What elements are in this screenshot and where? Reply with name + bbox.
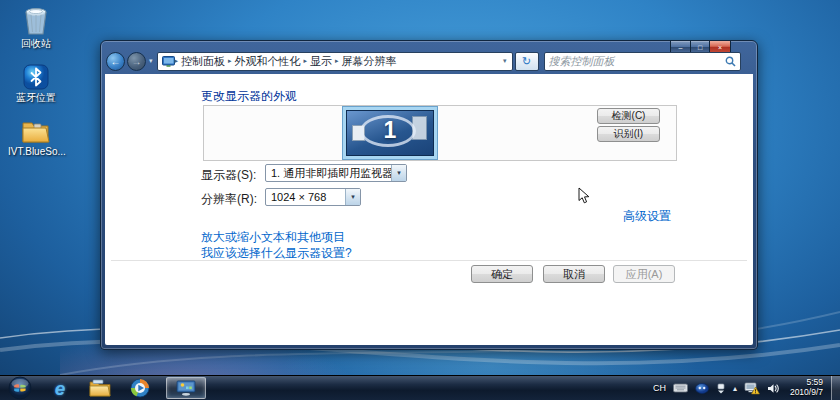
desktop-icon-label: 回收站 [8, 38, 64, 49]
display-combobox[interactable]: 1. 通用非即插即用监视器 ▾ [265, 164, 407, 182]
window-client-area: 更改显示器的外观 1 检测(C) 识别(I) 显示器(S): 1. 通用非即插即… [105, 74, 753, 345]
breadcrumb-appearance[interactable]: 外观和个性化 [232, 54, 304, 69]
keyboard-layout-icon[interactable] [673, 383, 688, 393]
display-combobox-value: 1. 通用非即插即用监视器 [266, 166, 391, 181]
network-status-icon[interactable] [744, 382, 760, 395]
chevron-down-icon: ▾ [345, 189, 360, 205]
show-hidden-icons-button[interactable]: ▴ [733, 384, 737, 393]
cancel-button[interactable]: 取消 [543, 265, 605, 283]
forward-button[interactable]: → [127, 52, 146, 71]
back-icon: ← [111, 56, 121, 67]
internet-explorer-icon[interactable]: e [48, 376, 72, 400]
page-title: 更改显示器的外观 [201, 88, 297, 105]
search-icon [725, 56, 736, 67]
taskbar-active-display-settings[interactable] [166, 377, 206, 399]
chevron-down-icon: ▾ [391, 165, 406, 181]
start-button[interactable] [8, 376, 32, 400]
make-text-larger-link[interactable]: 放大或缩小文本和其他项目 [201, 229, 345, 246]
separator [111, 260, 747, 261]
folder-icon [8, 114, 64, 144]
taskbar: e CH [0, 375, 840, 400]
refresh-icon: ↻ [522, 55, 531, 68]
language-indicator[interactable]: CH [653, 383, 666, 393]
resolution-label: 分辨率(R): [201, 191, 257, 208]
device-tray-icon[interactable] [716, 383, 726, 394]
search-box[interactable]: 搜索控制面板 [544, 52, 741, 71]
monitor-number: 1 [347, 117, 433, 144]
desktop-icon-label: 蓝牙位置 [8, 92, 64, 103]
breadcrumb-screen-resolution[interactable]: 屏幕分辨率 [339, 54, 400, 69]
search-input[interactable]: 搜索控制面板 [549, 54, 725, 69]
back-button[interactable]: ← [106, 52, 125, 71]
resolution-combobox[interactable]: 1024 × 768 ▾ [265, 188, 361, 206]
desktop-icon-ivt-bluesoleil[interactable]: IVT.BlueSo... [8, 114, 64, 157]
taskbar-clock[interactable]: 5:59 2010/9/7 [790, 378, 823, 398]
clock-date: 2010/9/7 [790, 388, 823, 398]
address-dropdown-icon[interactable]: ▾ [500, 57, 510, 65]
monitor-preview[interactable]: 1 [346, 110, 434, 156]
desktop-icon-bluetooth-places[interactable]: 蓝牙位置 [8, 60, 64, 103]
history-chevron-icon[interactable]: ▾ [149, 57, 153, 65]
mouse-cursor [578, 187, 592, 205]
volume-icon[interactable] [767, 383, 780, 394]
apply-button: 应用(A) [613, 265, 675, 283]
advanced-settings-link[interactable]: 高级设置 [623, 208, 671, 225]
navigation-bar: ← → ▾ ▸ 控制面板 ▸ 外观和个性化 ▸ 显示 ▸ 屏幕分辨率 ▾ ↻ 搜… [106, 50, 752, 72]
display-location-icon [162, 56, 175, 67]
forward-icon: → [132, 56, 142, 67]
monitor-preview-panel: 1 检测(C) 识别(I) [203, 105, 677, 161]
desktop-icon-label: IVT.BlueSo... [8, 146, 64, 157]
identify-button[interactable]: 识别(I) [597, 126, 660, 142]
desktop-icon-recycle-bin[interactable]: 回收站 [8, 6, 64, 49]
breadcrumb-control-panel[interactable]: 控制面板 [178, 54, 228, 69]
windows-explorer-icon[interactable] [88, 376, 112, 400]
system-tray: CH ▴ [646, 376, 840, 400]
breadcrumb-display[interactable]: 显示 [307, 54, 335, 69]
detect-button[interactable]: 检测(C) [597, 108, 660, 124]
recycle-bin-icon [8, 6, 64, 36]
address-bar[interactable]: ▸ 控制面板 ▸ 外观和个性化 ▸ 显示 ▸ 屏幕分辨率 ▾ [157, 52, 513, 71]
bluetooth-icon [8, 60, 64, 90]
refresh-button[interactable]: ↻ [515, 52, 539, 71]
show-desktop-button[interactable] [831, 376, 840, 400]
display-label: 显示器(S): [201, 167, 256, 184]
display-settings-icon [176, 380, 196, 396]
screen-resolution-window: – □ × ← → ▾ ▸ 控制面板 ▸ 外观和个性化 ▸ 显示 ▸ 屏幕分辨率… [100, 40, 758, 350]
resolution-combobox-value: 1024 × 768 [266, 191, 345, 203]
media-player-icon[interactable] [128, 376, 152, 400]
bluesoleil-tray-icon[interactable] [695, 383, 709, 394]
ok-button[interactable]: 确定 [471, 265, 533, 283]
